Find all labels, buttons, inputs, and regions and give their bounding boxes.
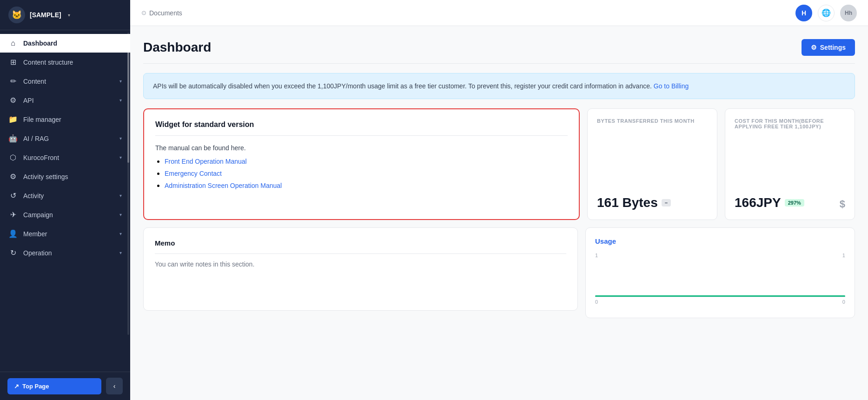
- widget-intro-text: The manual can be found here.: [155, 144, 568, 152]
- sidebar-item-content[interactable]: ✏ Content ▾: [0, 72, 130, 91]
- sidebar-nav: ⌂ Dashboard ⊞ Content structure ✏ Conten…: [0, 30, 130, 372]
- bytes-transferred-card: BYTES TRANSFERRED THIS MONTH 161 Bytes −: [587, 108, 717, 220]
- usage-chart: 1 1 0: [595, 253, 845, 308]
- sidebar-item-label: Content structure: [23, 59, 73, 66]
- chart-baseline: [595, 295, 845, 297]
- sidebar-item-campaign[interactable]: ✈ Campaign ▾: [0, 205, 130, 224]
- admin-manual-link[interactable]: Administration Screen Operation Manual: [165, 182, 282, 189]
- scrollbar-thumb: [127, 42, 129, 163]
- dashboard-grid: Widget for standard version The manual c…: [143, 108, 855, 220]
- sidebar-item-operation[interactable]: ↻ Operation ▾: [0, 243, 130, 262]
- chart-labels-top: 1 1: [595, 253, 845, 258]
- sidebar-item-ai-rag[interactable]: 🤖 AI / RAG ▾: [0, 129, 130, 148]
- memo-card: Memo You can write notes in this section…: [143, 227, 578, 311]
- dollar-icon: $: [840, 198, 845, 210]
- edit-icon: ✏: [8, 77, 18, 86]
- content-area: Dashboard ⚙ Settings APIs will be automa…: [130, 26, 868, 400]
- hex-icon: ⬡: [8, 153, 18, 162]
- activity-icon: ↺: [8, 191, 18, 200]
- content-header: Dashboard ⚙ Settings: [143, 39, 855, 56]
- settings-button[interactable]: ⚙ Settings: [802, 39, 855, 56]
- list-item: Front End Operation Manual: [165, 157, 568, 166]
- list-item: Administration Screen Operation Manual: [165, 181, 568, 190]
- sidebar-item-dashboard[interactable]: ⌂ Dashboard: [0, 34, 130, 53]
- sidebar-item-file-manager[interactable]: 📁 File manager: [0, 110, 130, 129]
- sidebar-footer: ↗ Top Page ‹: [0, 372, 130, 400]
- user-avatar-gray[interactable]: Hh: [840, 5, 857, 21]
- usage-section: Usage 1 1: [585, 227, 855, 318]
- billing-link[interactable]: Go to Billing: [654, 82, 689, 90]
- home-icon: ⌂: [8, 39, 18, 47]
- breadcrumb: ⊙ Documents: [141, 9, 182, 17]
- bytes-card-value: 161 Bytes −: [597, 195, 708, 210]
- memo-text: You can write notes in this section.: [155, 260, 566, 268]
- sidebar-item-label: Dashboard: [23, 40, 57, 47]
- sidebar-header: 🐱 [SAMPLE] ▾: [0, 0, 130, 30]
- sidebar-item-label: Member: [23, 230, 47, 238]
- chart-labels-bottom: 0 0: [595, 299, 845, 305]
- sidebar-item-label: Campaign: [23, 211, 53, 219]
- chevron-down-icon: ▾: [119, 98, 122, 103]
- chevron-down-icon: ▾: [119, 212, 122, 217]
- emergency-contact-link[interactable]: Emergency Contact: [165, 170, 222, 177]
- chevron-down-icon: ▾: [119, 79, 122, 84]
- top-page-button[interactable]: ↗ Top Page: [7, 378, 101, 394]
- sidebar-brand: [SAMPLE]: [30, 11, 61, 19]
- bottom-grid: Memo You can write notes in this section…: [143, 227, 855, 318]
- breadcrumb-text: Documents: [149, 9, 182, 17]
- chart-bar-area: [595, 260, 845, 297]
- topbar-actions: H 🌐 Hh: [795, 5, 857, 21]
- settings-icon: ⚙: [811, 44, 817, 51]
- sidebar-item-activity[interactable]: ↺ Activity ▾: [0, 186, 130, 205]
- api-icon: ⚙: [8, 96, 18, 105]
- list-item: Emergency Contact: [165, 169, 568, 178]
- usage-title: Usage: [595, 237, 845, 245]
- topbar: ⊙ Documents H 🌐 Hh: [130, 0, 868, 26]
- sidebar: 🐱 [SAMPLE] ▾ ⌂ Dashboard ⊞ Content struc…: [0, 0, 130, 400]
- widget-card: Widget for standard version The manual c…: [143, 108, 580, 220]
- sidebar-item-label: KurocoFront: [23, 154, 59, 161]
- cost-card-label: COST FOR THIS MONTH(BEFORE APPLYING FREE…: [735, 118, 845, 129]
- sidebar-scrollbar[interactable]: [127, 33, 129, 335]
- sidebar-item-kurocofront[interactable]: ⬡ KurocoFront ▾: [0, 148, 130, 167]
- cost-card: COST FOR THIS MONTH(BEFORE APPLYING FREE…: [725, 108, 855, 220]
- sidebar-item-activity-settings[interactable]: ⚙ Activity settings: [0, 167, 130, 186]
- sidebar-item-content-structure[interactable]: ⊞ Content structure: [0, 53, 130, 72]
- chevron-down-icon: ▾: [119, 155, 122, 160]
- cost-card-value: 166JPY 297% $: [735, 195, 845, 210]
- external-link-icon: ↗: [14, 383, 19, 390]
- sidebar-collapse-button[interactable]: ‹: [106, 378, 123, 394]
- sidebar-item-label: Activity settings: [23, 173, 68, 180]
- page-title: Dashboard: [143, 40, 211, 55]
- chevron-down-icon: ▾: [119, 250, 122, 255]
- bytes-badge: −: [662, 199, 671, 207]
- alert-banner: APIs will be automatically disabled when…: [143, 73, 855, 99]
- sidebar-item-label: AI / RAG: [23, 135, 49, 142]
- documents-icon: ⊙: [141, 9, 146, 16]
- settings-icon: ⚙: [8, 172, 18, 181]
- header-divider: [143, 63, 855, 64]
- ai-icon: 🤖: [8, 134, 18, 143]
- folder-icon: 📁: [8, 115, 18, 124]
- bytes-card-label: BYTES TRANSFERRED THIS MONTH: [597, 118, 708, 124]
- front-end-manual-link[interactable]: Front End Operation Manual: [165, 158, 247, 165]
- chevron-down-icon: ▾: [119, 193, 122, 198]
- widget-link-list: Front End Operation Manual Emergency Con…: [155, 157, 568, 190]
- sidebar-item-label: Operation: [23, 249, 52, 257]
- grid-icon: ⊞: [8, 58, 18, 67]
- widget-card-title: Widget for standard version: [155, 120, 568, 136]
- user-avatar-blue[interactable]: H: [795, 5, 812, 21]
- sidebar-item-label: File manager: [23, 116, 61, 123]
- sidebar-item-api[interactable]: ⚙ API ▾: [0, 91, 130, 110]
- memo-title: Memo: [155, 239, 566, 254]
- member-icon: 👤: [8, 229, 18, 238]
- globe-icon: 🌐: [822, 8, 831, 17]
- sidebar-item-label: Content: [23, 78, 46, 85]
- sidebar-logo: 🐱: [8, 7, 25, 23]
- sidebar-item-member[interactable]: 👤 Member ▾: [0, 224, 130, 243]
- language-selector[interactable]: 🌐: [818, 5, 835, 21]
- sidebar-item-label: Activity: [23, 192, 44, 200]
- chevron-down-icon: ▾: [119, 136, 122, 141]
- sidebar-item-label: API: [23, 97, 34, 104]
- main-area: ⊙ Documents H 🌐 Hh Dashboard ⚙ Settings: [130, 0, 868, 400]
